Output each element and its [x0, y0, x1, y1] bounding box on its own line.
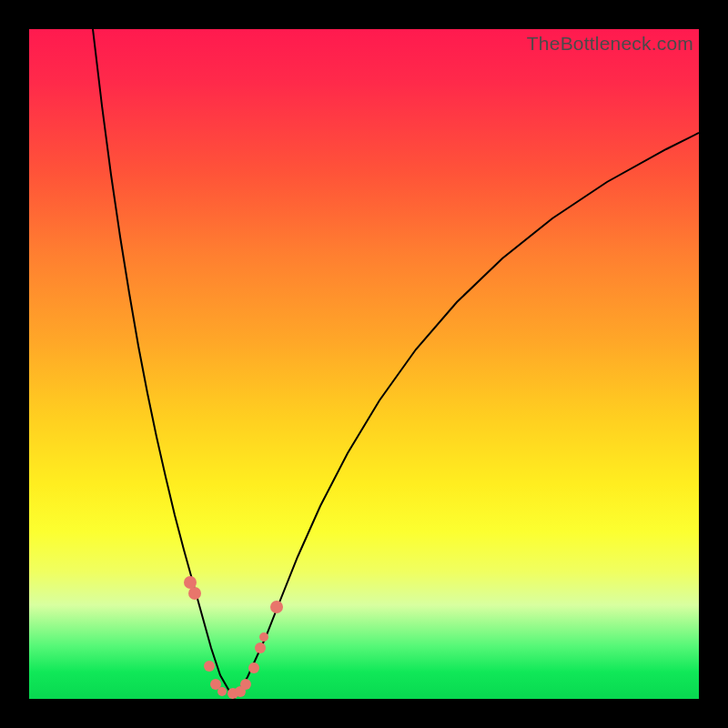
highlight-dots	[184, 576, 283, 699]
highlight-dot	[259, 632, 268, 642]
highlight-dot	[184, 576, 197, 589]
curves-svg	[29, 29, 699, 699]
highlight-dot	[217, 687, 227, 696]
plot-area: TheBottleneck.com	[29, 29, 699, 699]
highlight-dot	[255, 642, 266, 653]
left-curve	[93, 29, 234, 699]
highlight-dot	[188, 587, 201, 600]
highlight-dot	[240, 679, 251, 690]
highlight-dot	[248, 662, 259, 673]
highlight-dot	[204, 661, 215, 672]
highlight-dot	[270, 601, 283, 613]
right-curve	[234, 133, 699, 699]
chart-frame: TheBottleneck.com	[0, 0, 728, 728]
